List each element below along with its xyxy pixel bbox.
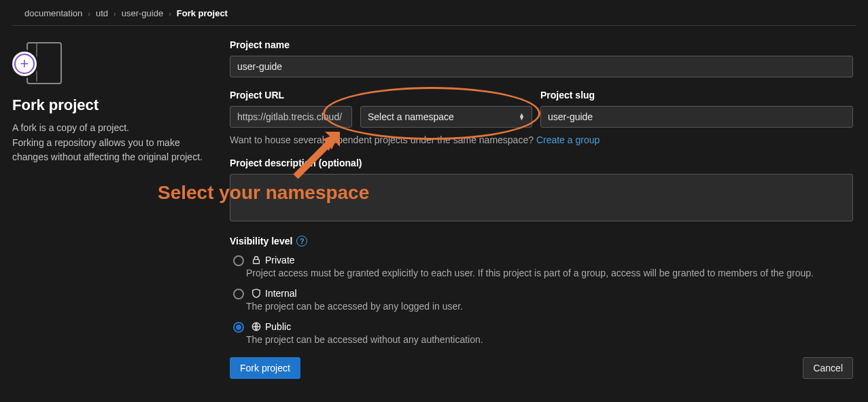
visibility-level-label: Visibility level xyxy=(230,236,292,246)
breadcrumb-current: Fork project xyxy=(177,8,228,18)
page-title: Fork project xyxy=(12,96,216,114)
visibility-private-label: Private xyxy=(265,255,295,266)
namespace-select-placeholder: Select a namespace xyxy=(368,111,454,122)
page-description: A fork is a copy of a project.Forking a … xyxy=(12,121,216,165)
cancel-button[interactable]: Cancel xyxy=(803,357,853,379)
dropdown-caret-icon: ▲▼ xyxy=(519,113,525,120)
visibility-internal-radio[interactable] xyxy=(233,289,244,299)
namespace-select[interactable]: Select a namespace ▲▼ xyxy=(360,106,532,128)
fork-project-icon: + xyxy=(12,39,63,87)
chevron-right-icon: › xyxy=(88,10,90,18)
visibility-internal-label: Internal xyxy=(265,288,297,299)
globe-icon xyxy=(251,322,261,331)
help-icon[interactable]: ? xyxy=(296,236,307,246)
fork-project-button[interactable]: Fork project xyxy=(230,357,300,379)
visibility-private-radio[interactable] xyxy=(233,255,244,266)
chevron-right-icon: › xyxy=(114,10,116,18)
lock-icon xyxy=(251,255,261,265)
sidebar: + Fork project A fork is a copy of a pro… xyxy=(12,39,216,379)
project-url-base: https://gitlab.trecis.cloud/ xyxy=(230,106,352,128)
visibility-public-label: Public xyxy=(265,321,291,332)
page-body: + Fork project A fork is a copy of a pro… xyxy=(0,26,868,379)
namespace-hint: Want to house several dependent projects… xyxy=(230,134,853,145)
project-url-label: Project URL xyxy=(230,90,352,100)
visibility-private-desc: Project access must be granted explicitl… xyxy=(246,268,853,278)
breadcrumb-item[interactable]: user-guide xyxy=(122,8,163,18)
project-name-input[interactable] xyxy=(230,56,853,77)
fork-form: Project name Project URL https://gitlab.… xyxy=(230,39,856,379)
breadcrumb: documentation › utd › user-guide › Fork … xyxy=(12,0,856,26)
create-group-link[interactable]: Create a group xyxy=(536,134,600,145)
svg-rect-0 xyxy=(254,259,260,263)
breadcrumb-item[interactable]: documentation xyxy=(24,8,82,18)
project-slug-input[interactable] xyxy=(540,106,853,128)
chevron-right-icon: › xyxy=(169,10,171,18)
project-description-textarea[interactable] xyxy=(230,174,853,221)
visibility-public-radio[interactable] xyxy=(233,322,244,333)
visibility-internal-desc: The project can be accessed by any logge… xyxy=(246,301,853,312)
plus-badge-icon: + xyxy=(12,52,37,76)
project-name-label: Project name xyxy=(230,39,853,50)
shield-icon xyxy=(251,289,261,298)
project-description-label: Project description (optional) xyxy=(230,158,853,168)
breadcrumb-item[interactable]: utd xyxy=(96,8,108,18)
visibility-public-desc: The project can be accessed without any … xyxy=(246,334,853,345)
project-slug-label: Project slug xyxy=(540,90,853,100)
